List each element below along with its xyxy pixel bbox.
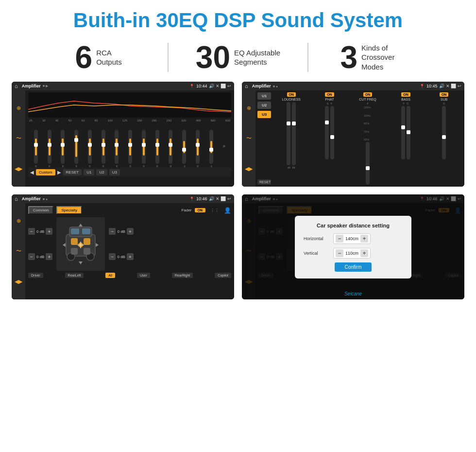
fader-time: 10:46 bbox=[196, 196, 207, 201]
fader-rearleft-btn[interactable]: RearLeft bbox=[65, 273, 84, 278]
xo-channels: ON LOUDNESS 64 64 ON PHAT G F bbox=[273, 92, 462, 185]
db-plus-bl[interactable]: + bbox=[46, 253, 52, 260]
eq-u2-btn[interactable]: U2 bbox=[96, 169, 107, 175]
fader-sidebar: ⊕ 〜 ◀▶ bbox=[12, 203, 25, 299]
screen-dialog: ⌂ Amplifier ■ ● 📍 10:46 🔊 ✕ ⬜ ↩ ⊕ 〜 ◀▶ C… bbox=[242, 194, 464, 299]
fader-left-controls: − 0 dB + − 0 dB + bbox=[28, 228, 52, 260]
fader-common-tab[interactable]: Common bbox=[28, 206, 53, 214]
fader-diagram-area: − 0 dB + − 0 dB + bbox=[28, 217, 231, 271]
eq-graph bbox=[28, 92, 231, 118]
fader-rearright-btn[interactable]: RearRight bbox=[172, 273, 193, 278]
fader-home-icon[interactable]: ⌂ bbox=[15, 196, 18, 202]
db-control-tl: − 0 dB + bbox=[28, 228, 52, 235]
db-value-tl: 0 dB bbox=[36, 229, 44, 234]
xo-cutfreq-ch: ON CUT FREQ F 120Hz100Hz80Hz70Hz60Hz bbox=[349, 92, 386, 185]
xo-sub-on[interactable]: ON bbox=[440, 92, 449, 97]
fader-user-btn[interactable]: User bbox=[137, 273, 150, 278]
eq-time: 10:44 bbox=[196, 84, 207, 88]
stat-crossover-number: 3 bbox=[340, 42, 358, 73]
xo-phat-label: PHAT bbox=[325, 98, 334, 101]
xo-rec-icon: ■ ● bbox=[273, 85, 278, 88]
xo-sub-label: SUB bbox=[441, 98, 447, 101]
xo-app-title: Amplifier bbox=[252, 84, 271, 88]
db-minus-tl[interactable]: − bbox=[28, 228, 35, 235]
eq-u3-btn[interactable]: U3 bbox=[109, 169, 120, 175]
fader-sidebar-icon-3[interactable]: ◀▶ bbox=[15, 278, 22, 285]
db-plus-br[interactable]: + bbox=[127, 253, 134, 260]
db-minus-br[interactable]: − bbox=[109, 253, 116, 260]
fader-rec-icon: ■ ● bbox=[43, 197, 48, 201]
eq-custom-btn[interactable]: Custom bbox=[36, 169, 55, 175]
eq-main: 253240506380100125160200250320400500630 … bbox=[25, 90, 234, 187]
xo-u1-btn[interactable]: U1 bbox=[257, 92, 271, 100]
fader-label: Fader bbox=[182, 208, 192, 212]
eq-status-bar: ⌂ Amplifier ■ ▶ 📍 10:44 🔊 ✕ ⬜ ↩ bbox=[12, 82, 234, 90]
xo-home-icon[interactable]: ⌂ bbox=[245, 83, 248, 89]
svg-marker-14 bbox=[79, 261, 83, 264]
fader-bottom-buttons: Driver RearLeft All User RearRight Copil… bbox=[28, 273, 231, 278]
fader-main: Common Specialty Fader ON ⋮⋮ 👤 − 0 dB + bbox=[25, 203, 234, 299]
eq-reset-btn[interactable]: RESET bbox=[63, 169, 82, 175]
fader-status-bar: ⌂ Amplifier ■ ● 📍 10:46 🔊 ✕ ⬜ ↩ bbox=[12, 194, 234, 203]
xo-cutfreq-label: CUT FREQ bbox=[359, 98, 376, 101]
xo-bass-label: BASS bbox=[401, 98, 410, 101]
db-control-bl: − 0 dB + bbox=[28, 253, 52, 260]
fader-top-bar: Common Specialty Fader ON ⋮⋮ 👤 bbox=[28, 206, 231, 214]
xo-sidebar-icon-2[interactable]: 〜 bbox=[246, 135, 252, 142]
xo-u2-btn[interactable]: U2 bbox=[257, 102, 271, 109]
dialog-horizontal-row: Horizontal − 140cm + bbox=[304, 233, 403, 244]
eq-sidebar-icon-1[interactable]: ⊕ bbox=[17, 105, 21, 111]
screen-crossover: ⌂ Amplifier ■ ● 📍 10:45 🔊 ✕ ⬜ ↩ ⊕ 〜 ◀▶ U… bbox=[242, 82, 464, 187]
xo-phat-on[interactable]: ON bbox=[325, 92, 334, 97]
svg-marker-15 bbox=[63, 243, 66, 247]
dialog-vertical-value-box: − 110cm + bbox=[333, 248, 371, 259]
eq-u1-btn[interactable]: U1 bbox=[84, 169, 94, 175]
xo-bass-ch: ON BASS F G bbox=[388, 92, 425, 185]
fader-right-controls: − 0 dB + − 0 dB + bbox=[109, 228, 133, 260]
dialog-vertical-minus[interactable]: − bbox=[336, 249, 343, 257]
stat-eq-number: 30 bbox=[196, 42, 230, 73]
eq-sidebar: ⊕ 〜 ◀▶ bbox=[12, 90, 25, 187]
stat-rca-number: 6 bbox=[75, 42, 93, 73]
eq-app-title: Amplifier bbox=[22, 84, 41, 88]
eq-next-icon[interactable]: ▶ bbox=[57, 170, 61, 175]
fader-copilot-btn[interactable]: Copilot bbox=[215, 273, 231, 278]
home-icon[interactable]: ⌂ bbox=[15, 83, 18, 89]
fader-content: ⊕ 〜 ◀▶ Common Specialty Fader ON ⋮⋮ 👤 − bbox=[12, 203, 234, 299]
dialog-overlay: Car speaker distance setting Horizontal … bbox=[242, 194, 464, 299]
fader-sidebar-icon-1[interactable]: ⊕ bbox=[17, 218, 21, 224]
dialog-confirm-button[interactable]: Confirm bbox=[335, 262, 371, 272]
fader-all-btn[interactable]: All bbox=[105, 273, 115, 278]
eq-sidebar-icon-2[interactable]: 〜 bbox=[16, 135, 21, 142]
dialog-vertical-label: Vertical bbox=[304, 251, 330, 256]
xo-cutfreq-on[interactable]: ON bbox=[363, 92, 373, 97]
xo-bass-on[interactable]: ON bbox=[401, 92, 410, 97]
svg-rect-2 bbox=[71, 228, 79, 234]
eq-sidebar-icon-3[interactable]: ◀▶ bbox=[15, 166, 22, 172]
db-value-tr: 0 dB bbox=[117, 229, 125, 234]
svg-marker-13 bbox=[79, 224, 83, 226]
fader-driver-btn[interactable]: Driver bbox=[28, 273, 43, 278]
fader-sidebar-icon-2[interactable]: 〜 bbox=[16, 247, 21, 255]
xo-loudness-on[interactable]: ON bbox=[287, 92, 296, 97]
xo-loudness-ch: ON LOUDNESS 64 64 bbox=[273, 92, 310, 185]
dialog-horizontal-minus[interactable]: − bbox=[336, 235, 343, 243]
eq-prev-icon[interactable]: ◀ bbox=[30, 170, 34, 175]
db-plus-tl[interactable]: + bbox=[46, 228, 52, 235]
dialog-vertical-plus[interactable]: + bbox=[360, 249, 368, 257]
xo-sidebar-icon-3[interactable]: ◀▶ bbox=[245, 166, 253, 172]
fader-specialty-tab[interactable]: Specialty bbox=[56, 206, 82, 214]
dialog-horizontal-plus[interactable]: + bbox=[360, 235, 368, 243]
screen-eq: ⌂ Amplifier ■ ▶ 📍 10:44 🔊 ✕ ⬜ ↩ ⊕ 〜 ◀▶ bbox=[12, 82, 234, 187]
db-value-br: 0 dB bbox=[117, 255, 125, 259]
db-plus-tr[interactable]: + bbox=[127, 228, 134, 235]
screenshots-grid: ⌂ Amplifier ■ ▶ 📍 10:44 🔊 ✕ ⬜ ↩ ⊕ 〜 ◀▶ bbox=[0, 82, 476, 304]
xo-reset-btn[interactable]: RESET bbox=[257, 179, 271, 185]
xo-u3-btn[interactable]: U3 bbox=[257, 111, 271, 118]
svg-rect-7 bbox=[84, 238, 90, 245]
xo-sidebar-icon-1[interactable]: ⊕ bbox=[247, 105, 251, 111]
db-minus-tr[interactable]: − bbox=[109, 228, 116, 235]
db-minus-bl[interactable]: − bbox=[28, 253, 35, 260]
stat-eq: 30 EQ AdjustableSegments bbox=[169, 42, 307, 73]
xo-main: U1 U2 U3 RESET ON LOUDNESS 64 64 bbox=[255, 90, 464, 187]
